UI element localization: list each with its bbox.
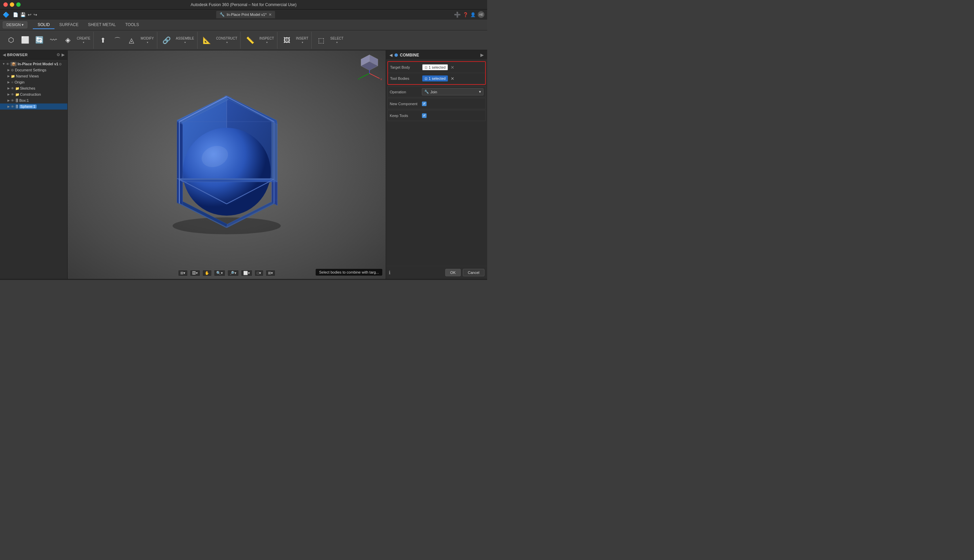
browser-header: ◀ BROWSER ⚙ ▶	[0, 50, 67, 60]
revolve-btn[interactable]: 🔄	[32, 35, 46, 45]
target-body-clear-btn[interactable]: ✕	[449, 65, 456, 70]
doc-settings-vis-icon[interactable]: ⚙	[11, 68, 14, 72]
tree-item-named-views[interactable]: ▶ 📁 Named Views	[0, 73, 67, 79]
origin-arrow[interactable]: ▶	[6, 80, 11, 85]
vp-effects-btn[interactable]: ⊞▾	[265, 270, 275, 276]
vp-orbit-btn[interactable]: ✋	[202, 270, 212, 276]
cancel-button[interactable]: Cancel	[463, 269, 484, 276]
fillet-btn[interactable]: ⌒	[111, 36, 124, 45]
construct-btn[interactable]: 📐	[200, 36, 214, 45]
insert-btn[interactable]: 🖼	[280, 36, 294, 45]
undo-btn[interactable]: ↩	[28, 12, 32, 17]
modify-more-btn[interactable]: MODIFY ▾	[139, 35, 156, 45]
svg-line-35	[369, 73, 380, 78]
help-btn[interactable]: ❓	[463, 12, 468, 17]
svg-text:X: X	[380, 78, 382, 81]
chamfer-btn[interactable]: ◬	[125, 36, 138, 45]
browser-expand-btn[interactable]: ▶	[62, 52, 65, 57]
extrude-btn[interactable]: ⬜	[18, 35, 32, 45]
press-pull-btn[interactable]: ⬆	[97, 36, 110, 45]
inspect-btn[interactable]: 📏	[243, 36, 257, 45]
create-new-component-btn[interactable]: ⬡	[4, 35, 18, 45]
browser-controls: ⚙ ▶	[57, 52, 65, 57]
construction-vis-icon[interactable]: 👁	[11, 93, 14, 97]
minimize-button[interactable]	[10, 2, 14, 7]
model-tab[interactable]: 🔧 In-Place Print Model v1* ✕	[216, 11, 275, 18]
named-views-vis-icon[interactable]: 📁	[11, 74, 15, 78]
insert-label: INSERT	[296, 37, 309, 40]
tool-bodies-clear-btn[interactable]: ✕	[449, 76, 456, 82]
box1-arrow[interactable]: ▶	[6, 98, 11, 103]
sphere1-body-icon: 🗄	[15, 105, 18, 108]
extrude-icon: ⬜	[21, 37, 30, 43]
root-expand-arrow[interactable]: ▼	[2, 62, 6, 66]
box1-vis-icon[interactable]: 👁	[11, 99, 14, 102]
vp-display-btn[interactable]: 🖼▾	[190, 270, 200, 276]
new-component-label: New Component	[390, 102, 422, 106]
vp-grid-btn[interactable]: ⊞▾	[178, 270, 188, 276]
svg-marker-19	[177, 178, 183, 206]
browser-settings-btn[interactable]: ⚙	[57, 52, 60, 57]
info-icon[interactable]: ℹ	[389, 270, 390, 275]
design-mode-btn[interactable]: DESIGN ▾	[3, 21, 27, 28]
tab-sheet-metal[interactable]: SHEET METAL	[83, 21, 120, 29]
vp-env-btn[interactable]: □▾	[254, 270, 264, 276]
assemble-more-btn[interactable]: ASSEMBLE ▾	[174, 35, 196, 45]
origin-vis-icon[interactable]: ✳	[11, 80, 13, 84]
combine-indicator	[394, 53, 398, 57]
new-component-checkbox-wrap	[422, 102, 427, 106]
maximize-button[interactable]	[16, 2, 21, 7]
tree-item-root[interactable]: ▼ 👁 📦 In-Place Print Model v1 ⊙	[0, 61, 67, 67]
tree-item-construction[interactable]: ▶ 👁 📁 Construction	[0, 91, 67, 97]
account-btn[interactable]: 👤	[470, 12, 476, 17]
create-more-btn[interactable]: CREATE ▾	[75, 35, 92, 45]
tab-surface[interactable]: SURFACE	[55, 21, 83, 29]
doc-settings-arrow[interactable]: ▶	[6, 68, 11, 72]
save-btn[interactable]: 💾	[20, 12, 26, 17]
tab-tools[interactable]: TOOLS	[120, 21, 143, 29]
add-tab-btn[interactable]: ➕	[454, 12, 461, 18]
loft-btn[interactable]: ◈	[61, 35, 74, 45]
browser-collapse-btn[interactable]: ◀	[3, 52, 6, 57]
vp-look-btn[interactable]: 🔍▾	[214, 270, 225, 276]
tree-item-sketches[interactable]: ▶ 👁 📁 Sketches	[0, 85, 67, 91]
redo-btn[interactable]: ↪	[33, 12, 37, 17]
joint-btn[interactable]: 🔗	[160, 36, 173, 45]
combine-expand-right-btn[interactable]: ▶	[480, 52, 484, 57]
sweep-btn[interactable]: 〰	[47, 35, 60, 45]
box1-label: Box:1	[19, 98, 29, 102]
sketches-arrow[interactable]: ▶	[6, 86, 11, 91]
tab-solid[interactable]: SOLID	[33, 21, 55, 29]
close-button[interactable]	[3, 2, 8, 7]
sphere1-vis-icon[interactable]: 👁	[11, 105, 14, 108]
ok-button[interactable]: OK	[445, 269, 461, 276]
new-file-btn[interactable]: 📄	[13, 12, 18, 17]
operation-dropdown[interactable]: 🔧 Join ▾	[422, 88, 484, 95]
inspect-more-btn[interactable]: INSPECT ▾	[257, 35, 275, 45]
construct-more-btn[interactable]: CONSTRUCT ▾	[215, 35, 239, 45]
root-visibility-icon[interactable]: 👁	[6, 62, 10, 66]
browser-panel: ◀ BROWSER ⚙ ▶ ▼ 👁 📦 In-Place Print Model…	[0, 50, 68, 279]
tree-item-origin[interactable]: ▶ ✳ Origin	[0, 79, 67, 85]
sketches-vis-icon[interactable]: 👁	[11, 87, 14, 90]
vp-zoom-btn[interactable]: 🔎▾	[227, 270, 239, 276]
named-views-arrow[interactable]: ▶	[6, 74, 11, 78]
select-btn[interactable]: ⬚	[314, 36, 328, 45]
sphere1-arrow[interactable]: ▶	[6, 104, 11, 109]
keep-tools-checkbox[interactable]	[422, 113, 427, 118]
combine-collapse-btn[interactable]: ◀	[389, 53, 392, 57]
vp-visual-style-btn[interactable]: ⬜▾	[241, 270, 252, 276]
design-tabs: SOLID SURFACE SHEET METAL TOOLS	[33, 21, 143, 29]
close-tab-btn[interactable]: ✕	[269, 13, 272, 17]
tree-item-doc-settings[interactable]: ▶ ⚙ Document Settings	[0, 67, 67, 73]
operation-value: 🔧 Join	[424, 90, 437, 94]
new-component-checkbox[interactable]	[422, 102, 427, 106]
construction-arrow[interactable]: ▶	[6, 92, 11, 97]
nav-cube[interactable]: Y X Z	[356, 53, 383, 85]
insert-more-btn[interactable]: INSERT ▾	[294, 35, 310, 45]
select-more-btn[interactable]: SELECT ▾	[329, 35, 345, 45]
tree-item-box1[interactable]: ▶ 👁 🗄 Box:1	[0, 97, 67, 103]
viewport[interactable]: Y X Z ⊞▾ 🖼▾ ✋ 🔍▾ 🔎▾ ⬜▾ □▾ ⊞▾	[68, 50, 386, 279]
window-controls[interactable]	[3, 2, 21, 7]
tree-item-sphere1[interactable]: ▶ 👁 🗄 Sphere:1	[0, 103, 67, 110]
